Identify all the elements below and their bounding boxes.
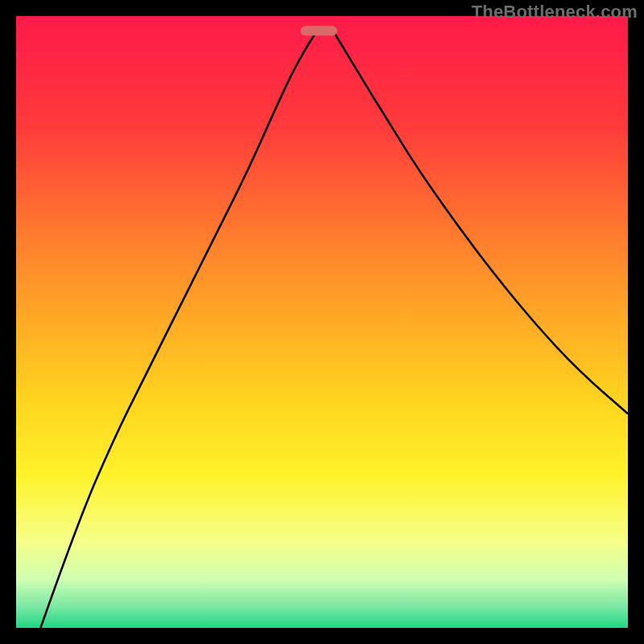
source-credit: TheBottleneck.com bbox=[472, 2, 638, 23]
optimum-marker bbox=[300, 26, 337, 35]
chart-frame: TheBottleneck.com bbox=[0, 0, 644, 644]
chart-background-gradient bbox=[16, 16, 628, 628]
chart-svg bbox=[16, 16, 628, 628]
chart-plot-area bbox=[16, 16, 628, 628]
